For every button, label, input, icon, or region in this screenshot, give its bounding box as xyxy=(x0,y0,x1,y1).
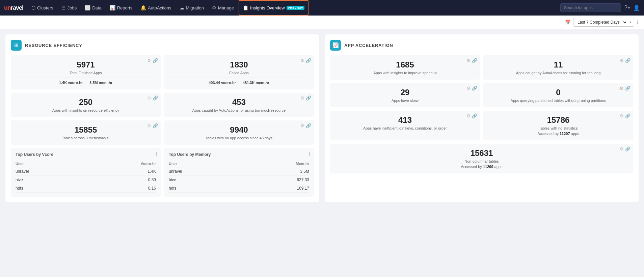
data-icon: ⬜ xyxy=(85,5,90,10)
failed-apps-card: ⚙ 🔗 1830 Failed Apps 403.44 vcore-hr 481… xyxy=(164,55,314,89)
top-users-vcore: Top Users by Vcore ℹ User Vcore-hr unrav… xyxy=(11,148,161,197)
settings-icon[interactable]: ⚙ xyxy=(300,58,304,63)
settings-icon[interactable]: ⚙ xyxy=(147,95,151,101)
resource-stat-grid: ⚙ 🔗 5971 Total Finished Apps 1.4K vcore-… xyxy=(11,55,314,145)
settings-icon[interactable]: ⚙ xyxy=(620,146,624,151)
nav-autoactions-label: AutoActions xyxy=(148,5,171,10)
settings-icon[interactable]: ⚙ xyxy=(147,123,151,128)
card-actions-tm: ⚙ 🔗 xyxy=(147,123,158,128)
help-icon: ? xyxy=(624,5,627,11)
nav-manage[interactable]: ⚙ Manage xyxy=(209,0,237,16)
nav-reports-label: Reports xyxy=(117,5,133,10)
filter-info-icon[interactable]: ℹ xyxy=(637,20,639,25)
settings-icon[interactable]: ⚙ xyxy=(466,113,471,118)
apps-no-pruning-card: ⚙ 🔗 ⚠ 0 Apps querying partitioned tables… xyxy=(483,83,633,107)
nav-data[interactable]: ⬜ Data xyxy=(81,0,105,16)
main-content: ⊞ RESOURCE EFFICIENCY ⚙ 🔗 5971 Total Fin… xyxy=(0,29,644,207)
resource-efficiency-apps-value: 250 xyxy=(16,98,155,107)
link-icon[interactable]: 🔗 xyxy=(306,58,311,63)
link-icon[interactable]: 🔗 xyxy=(625,146,630,151)
link-icon[interactable]: 🔗 xyxy=(625,58,630,63)
nav-insights[interactable]: 📋 Insights Overview PREVIEW xyxy=(239,0,308,16)
autoactions-resource-value: 453 xyxy=(169,98,308,107)
manage-icon: ⚙ xyxy=(212,5,216,10)
search-input[interactable] xyxy=(560,3,621,12)
value-cell: 0.39 xyxy=(81,176,156,184)
link-icon[interactable]: 🔗 xyxy=(153,95,158,101)
date-filter-select[interactable]: Last 7 Completed Days Last 14 Completed … xyxy=(576,20,627,25)
settings-icon[interactable]: ⚙ xyxy=(620,58,624,63)
clusters-icon: ⬡ xyxy=(31,5,35,10)
nav-migration[interactable]: ☁ Migration xyxy=(176,0,207,16)
card-actions-tna: ⚙ 🔗 xyxy=(300,123,311,128)
nav-manage-label: Manage xyxy=(218,5,234,10)
card-actions-ar: ⚙ 🔗 xyxy=(300,95,311,101)
autoactions-icon: 🔔 xyxy=(140,5,146,10)
link-icon[interactable]: 🔗 xyxy=(472,58,477,63)
card-actions-no-stats: ⚙ 🔗 xyxy=(620,113,630,118)
link-icon[interactable]: 🔗 xyxy=(153,123,158,128)
value-cell: 1.4K xyxy=(81,167,156,176)
failed-apps-sub: 403.44 vcore-hr 481.3K mem-hr xyxy=(169,78,308,85)
tables-metastore-card: ⚙ 🔗 15855 Tables across 3 metastore(s) xyxy=(11,120,161,145)
apps-join-label: Apps have inefficient join keys, conditi… xyxy=(336,126,475,130)
tables-metastore-value: 15855 xyxy=(16,125,155,135)
apps-speedup-label: Apps with insights to improve speedup xyxy=(336,71,475,75)
settings-icon[interactable]: ⚙ xyxy=(147,58,151,63)
user-button[interactable]: 👤 xyxy=(633,5,640,11)
app-acceleration-icon: 📈 xyxy=(330,40,341,51)
value-cell: 3.5M xyxy=(239,167,309,176)
top-users-memory: Top Users by Memory ℹ User Mem-hr unrave… xyxy=(164,148,314,197)
user-cell: hive xyxy=(16,176,81,184)
help-button[interactable]: ? ▾ xyxy=(624,5,630,11)
memory-col-user: User xyxy=(169,160,239,167)
autoactions-resource-card: ⚙ 🔗 453 Apps caught by AutoActions for u… xyxy=(164,93,314,117)
user-cell: unravel xyxy=(169,167,239,176)
card-actions: ⚙ 🔗 xyxy=(147,58,158,63)
table-row[interactable]: hdfs0.16 xyxy=(16,184,156,193)
link-icon[interactable]: 🔗 xyxy=(472,86,477,91)
resource-efficiency-title: RESOURCE EFFICIENCY xyxy=(25,43,82,48)
nav-jobs-label: Jobs xyxy=(68,5,77,10)
nav-clusters[interactable]: ⬡ Clusters xyxy=(28,0,57,16)
memory-info-icon[interactable]: ℹ xyxy=(309,151,311,157)
total-finished-apps-label: Total Finished Apps xyxy=(16,71,155,75)
nav-jobs[interactable]: ☰ Jobs xyxy=(58,0,80,16)
user-icon: 👤 xyxy=(633,5,640,11)
app-acceleration-title: APP ACCELERATION xyxy=(344,43,393,48)
link-icon[interactable]: 🔗 xyxy=(625,86,630,91)
failed-apps-value: 1830 xyxy=(169,60,308,70)
link-icon[interactable]: 🔗 xyxy=(306,123,311,128)
resource-efficiency-icon: ⊞ xyxy=(11,40,22,51)
link-icon[interactable]: 🔗 xyxy=(306,95,311,101)
settings-icon[interactable]: ⚙ xyxy=(300,95,304,101)
date-filter[interactable]: Last 7 Completed Days Last 14 Completed … xyxy=(573,18,634,27)
apps-join-value: 413 xyxy=(336,115,475,125)
table-row[interactable]: unravel1.4K xyxy=(16,167,156,176)
card-actions-speedup: ⚙ 🔗 xyxy=(466,58,477,63)
nav-autoactions[interactable]: 🔔 AutoActions xyxy=(137,0,175,16)
vcore-col-user: User xyxy=(16,160,81,167)
settings-icon[interactable]: ⚙ xyxy=(620,113,624,118)
value-cell: 627.33 xyxy=(239,176,309,184)
table-row[interactable]: hive627.33 xyxy=(169,176,309,184)
nav-reports[interactable]: 📊 Reports xyxy=(106,0,136,16)
table-row[interactable]: unravel3.5M xyxy=(169,167,309,176)
settings-icon[interactable]: ⚙ xyxy=(466,86,471,91)
tables-metastore-label: Tables across 3 metastore(s) xyxy=(16,136,155,140)
value-cell: 0.16 xyxy=(81,184,156,193)
table-row[interactable]: hdfs169.17 xyxy=(169,184,309,193)
vcore-info-icon[interactable]: ℹ xyxy=(156,151,157,157)
card-actions-non-columnar: ⚙ 🔗 xyxy=(620,146,630,151)
memory-table: User Mem-hr unravel3.5Mhive627.33hdfs169… xyxy=(169,160,309,193)
link-icon[interactable]: 🔗 xyxy=(472,113,477,118)
apps-no-pruning-label: Apps querying partitioned tables without… xyxy=(489,99,628,103)
link-icon[interactable]: 🔗 xyxy=(153,58,158,63)
settings-icon[interactable]: ⚙ xyxy=(466,58,471,63)
apps-skew-card: ⚙ 🔗 29 Apps have skew xyxy=(330,83,480,107)
filter-bar: 📅 Last 7 Completed Days Last 14 Complete… xyxy=(0,16,644,29)
table-row[interactable]: hive0.39 xyxy=(16,176,156,184)
link-icon[interactable]: 🔗 xyxy=(625,113,630,118)
settings-icon[interactable]: ⚙ xyxy=(300,123,304,128)
dropdown-chevron-icon: ▾ xyxy=(629,20,631,24)
